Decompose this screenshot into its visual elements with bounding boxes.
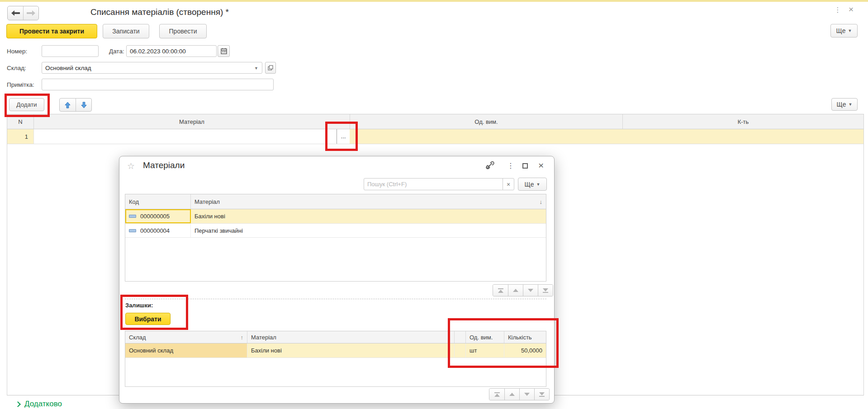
search-clear-button[interactable]: × bbox=[503, 178, 514, 190]
qty-cell[interactable]: 50,0000 bbox=[504, 343, 546, 357]
dialog-title: Матеріали bbox=[143, 160, 185, 170]
first-row-icon bbox=[494, 394, 500, 397]
go-first-button[interactable] bbox=[493, 285, 508, 296]
dialog-more-button[interactable]: Ще ▼ bbox=[518, 178, 547, 191]
forward-button[interactable] bbox=[23, 6, 38, 20]
column-header-qty[interactable]: К-ть bbox=[623, 114, 863, 129]
select-button[interactable]: Вибрати bbox=[125, 313, 171, 325]
dialog-close-icon[interactable]: × bbox=[538, 160, 544, 171]
catalog-item-icon bbox=[129, 229, 136, 232]
column-header-material[interactable]: Матеріал ↓ bbox=[191, 194, 546, 209]
table-row[interactable]: 1 ... bbox=[7, 129, 863, 144]
maximize-icon[interactable] bbox=[522, 163, 528, 169]
go-prev-button[interactable] bbox=[508, 285, 523, 296]
move-row-group bbox=[59, 98, 92, 112]
calendar-icon bbox=[221, 48, 227, 54]
go-first-button[interactable] bbox=[489, 389, 504, 400]
balances-table: Склад ↑ Матеріал Од. вим. Кількість Осно… bbox=[125, 331, 546, 387]
code-cell[interactable]: 000000004 bbox=[125, 224, 191, 237]
search-input[interactable] bbox=[364, 178, 503, 190]
date-field[interactable] bbox=[126, 45, 217, 57]
column-header-material[interactable]: Матеріал bbox=[34, 114, 350, 129]
column-header-warehouse[interactable]: Склад ↑ bbox=[125, 331, 247, 343]
table-row[interactable]: Основний склад Бахіли нові шт 50,0000 bbox=[125, 343, 546, 358]
toolbar-more-button[interactable]: Ще ▼ bbox=[830, 24, 858, 38]
column-header-unit[interactable]: Од. вим. bbox=[466, 331, 504, 343]
more-label: Ще bbox=[836, 27, 846, 34]
sort-ascending-icon: ↑ bbox=[241, 334, 244, 341]
catalog-table: Код Матеріал ↓ 000000005 Бахіли нові 000… bbox=[125, 194, 546, 282]
column-header-qty[interactable]: Кількість bbox=[504, 331, 546, 343]
more-label: Ще bbox=[837, 101, 846, 108]
chevron-down-icon: ▼ bbox=[849, 102, 853, 107]
post-and-close-button[interactable]: Провести та закрити bbox=[6, 24, 97, 38]
spacer-cell bbox=[455, 343, 466, 357]
material-cell[interactable]: Перчаткі звичайні bbox=[191, 224, 546, 237]
back-button[interactable] bbox=[8, 6, 23, 20]
first-row-icon bbox=[498, 290, 503, 293]
go-prev-button[interactable] bbox=[504, 389, 519, 400]
warehouse-field[interactable] bbox=[42, 62, 262, 74]
note-field[interactable] bbox=[42, 79, 274, 90]
column-header-spacer bbox=[455, 331, 466, 343]
column-header-material[interactable]: Матеріал bbox=[247, 331, 455, 343]
warehouse-header-label: Склад bbox=[129, 334, 146, 341]
page-title: Списання матеріалів (створення) * bbox=[90, 7, 229, 17]
additional-section-link[interactable]: Додатково bbox=[16, 400, 62, 409]
open-in-form-icon bbox=[268, 65, 273, 71]
move-row-up-button[interactable] bbox=[60, 99, 76, 111]
material-header-label: Матеріал bbox=[194, 198, 220, 205]
window-top-accent-strip bbox=[0, 0, 868, 2]
date-calendar-button[interactable] bbox=[218, 45, 230, 57]
save-button[interactable]: Записати bbox=[103, 24, 149, 38]
warehouse-open-button[interactable] bbox=[265, 62, 276, 74]
add-row-button[interactable]: Додати bbox=[9, 98, 44, 111]
window-close-icon[interactable]: × bbox=[849, 5, 854, 14]
prev-row-icon bbox=[513, 289, 518, 292]
material-edit-cell[interactable]: ... bbox=[34, 129, 350, 144]
balances-scroll-group bbox=[489, 388, 550, 400]
chevron-right-icon bbox=[15, 401, 21, 407]
get-link-icon[interactable] bbox=[486, 161, 494, 171]
items-table-header: N Матеріал Од. вим. К-ть bbox=[7, 114, 863, 129]
arrow-right-icon bbox=[27, 10, 35, 16]
additional-link-label: Додатково bbox=[24, 400, 62, 409]
catalog-scroll-group bbox=[493, 284, 553, 296]
material-picker-ellipsis-button[interactable]: ... bbox=[337, 129, 350, 144]
go-last-button[interactable] bbox=[538, 285, 553, 296]
balances-label: Залишки: bbox=[125, 302, 153, 309]
code-cell[interactable]: 000000005 bbox=[125, 209, 191, 223]
blue-arrow-up-icon bbox=[65, 102, 71, 108]
material-cell[interactable]: Бахіли нові bbox=[247, 343, 455, 357]
number-field[interactable] bbox=[42, 45, 99, 57]
post-button[interactable]: Провести bbox=[159, 24, 207, 38]
number-label: Номер: bbox=[7, 48, 27, 55]
next-row-icon bbox=[528, 289, 533, 292]
date-label: Дата: bbox=[109, 48, 124, 55]
column-header-n[interactable]: N bbox=[7, 114, 34, 129]
go-next-button[interactable] bbox=[523, 285, 538, 296]
next-row-icon bbox=[524, 393, 530, 396]
list-item[interactable]: 000000004 Перчаткі звичайні bbox=[125, 224, 546, 238]
favorite-star-icon[interactable]: ☆ bbox=[127, 161, 135, 171]
unit-cell[interactable] bbox=[350, 129, 622, 144]
catalog-item-icon bbox=[129, 215, 136, 218]
list-item[interactable]: 000000005 Бахіли нові bbox=[125, 209, 546, 224]
go-last-button[interactable] bbox=[534, 389, 549, 400]
qty-cell[interactable] bbox=[622, 129, 863, 144]
material-cell[interactable]: Бахіли нові bbox=[191, 209, 546, 223]
go-next-button[interactable] bbox=[519, 389, 534, 400]
warehouse-dropdown-icon[interactable]: ▼ bbox=[254, 66, 258, 71]
column-header-unit[interactable]: Од. вим. bbox=[350, 114, 623, 129]
dialog-menu-kebab-icon[interactable]: ⋮ bbox=[507, 161, 514, 170]
arrow-left-icon bbox=[11, 10, 20, 16]
unit-cell[interactable]: шт bbox=[466, 343, 504, 357]
move-row-down-button[interactable] bbox=[76, 99, 91, 111]
warehouse-cell[interactable]: Основний склад bbox=[125, 343, 247, 357]
window-menu-kebab-icon[interactable]: ⋮ bbox=[834, 6, 842, 14]
catalog-table-header: Код Матеріал ↓ bbox=[125, 194, 546, 209]
column-header-code[interactable]: Код bbox=[125, 194, 191, 209]
more-label: Ще bbox=[525, 181, 534, 188]
table-more-button[interactable]: Ще ▼ bbox=[831, 98, 858, 111]
splitter-divider[interactable] bbox=[125, 299, 546, 299]
